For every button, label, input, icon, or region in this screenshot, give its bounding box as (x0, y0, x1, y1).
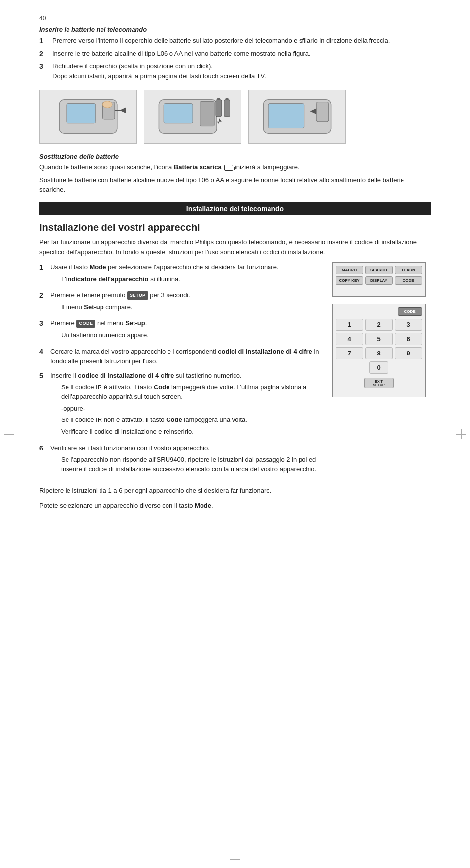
install-step-content-6: Verificare se i tasti funzionano con il … (50, 443, 322, 476)
kb-num-row3: 7 8 9 (336, 347, 422, 359)
kb-exit-row: EXITSETUP (336, 378, 422, 388)
battery-image-1 (39, 90, 137, 144)
install-footer2: Potete selezionare un apparecchio divers… (39, 501, 431, 511)
battery-image-3 (248, 90, 346, 144)
remote-keyboard-top: MACRO SEARCH LEARN COPY KEY DISPLAY CODE (332, 262, 426, 297)
kb-num-0: 0 (369, 361, 388, 374)
install-step-num-3: 3 (39, 319, 50, 329)
install-step-content-1: Usare il tasto Mode per selezionare l'ap… (50, 262, 322, 286)
kb-top-row1: MACRO SEARCH LEARN (336, 266, 422, 274)
keyboard-images-col: MACRO SEARCH LEARN COPY KEY DISPLAY CODE… (332, 262, 431, 397)
steps-images-layout: 1 Usare il tasto Mode per selezionare l'… (39, 262, 431, 481)
svg-rect-13 (164, 104, 193, 123)
install-step-1: 1 Usare il tasto Mode per selezionare l'… (39, 262, 322, 286)
battery-insert-steps: 1 Premere verso l'interno il coperchio d… (39, 36, 431, 81)
install-heading: Installazione dei vostri apparecchi (39, 222, 431, 233)
step-text-2: Inserire le tre batterie alcaline di tip… (52, 49, 311, 59)
install-step-num-1: 1 (39, 262, 50, 273)
svg-point-4 (102, 101, 112, 108)
kb-learn: LEARN (395, 266, 422, 274)
battery-svg-2 (144, 90, 241, 144)
crosshair-left (4, 429, 14, 439)
battery-step-2: 2 Inserire le tre batterie alcaline di t… (39, 49, 431, 59)
crosshair-right (456, 429, 466, 439)
install-step-num-5: 5 (39, 371, 50, 381)
svg-rect-7 (200, 102, 214, 126)
kb-num-2: 2 (365, 319, 393, 331)
step5-sub1: Se il codice IR è attivato, il tasto Cod… (61, 383, 322, 402)
remote-keyboard-bottom: CODE 1 2 3 4 5 6 7 8 9 0 (332, 304, 426, 397)
svg-rect-15 (316, 102, 329, 122)
kb-num-5: 5 (365, 333, 393, 345)
battery-images-row (39, 90, 431, 144)
install-step-5: 5 Inserire il codice di installazione di… (39, 371, 322, 438)
battery-replace-text2: Sostituire le batterie con batterie alca… (39, 175, 431, 194)
kb-display: DISPLAY (365, 276, 393, 285)
kb-search: SEARCH (365, 266, 393, 274)
kb-num-row1: 1 2 3 (336, 319, 422, 331)
corner-mark-br (450, 848, 465, 863)
kb-num-8: 8 (365, 347, 393, 359)
step-num-2: 2 (39, 49, 50, 59)
battery-step-3: 3 Richiudere il coperchio (scatta in pos… (39, 62, 431, 81)
battery-svg-1 (40, 90, 136, 144)
battery-svg-3 (249, 90, 345, 144)
install-step-num-4: 4 (39, 347, 50, 357)
kb-num-7: 7 (336, 347, 363, 359)
svg-rect-17 (268, 104, 304, 128)
corner-mark-bl (5, 848, 20, 863)
install-step-content-4: Cercare la marca del vostro apparecchio … (50, 347, 322, 366)
step5-sub3: Verificare il codice di installazione e … (61, 427, 322, 437)
install-footer1: Ripetere le istruzioni da 1 a 6 per ogni… (39, 486, 431, 496)
step3-sub: Un tastierino numerico appare. (61, 330, 322, 340)
kb-code-highlight: CODE (398, 307, 422, 316)
battery-replace-text1: Quando le batterie sono quasi scariche, … (39, 162, 431, 172)
step-num-1: 1 (39, 36, 50, 46)
crosshair-top (230, 4, 240, 14)
install-step-3: 3 Premere CODE nel menu Set-up. Un tasti… (39, 319, 322, 342)
battery-step-1: 1 Premere verso l'interno il coperchio d… (39, 36, 431, 46)
kb-copy-key: COPY KEY (336, 276, 363, 285)
svg-rect-5 (67, 104, 96, 123)
step6-sub: Se l'apparecchio non risponde all'SRU940… (61, 455, 322, 474)
kb-num-row4: 0 (336, 361, 422, 374)
kb-exit-setup: EXITSETUP (364, 378, 394, 388)
step-num-3: 3 (39, 62, 50, 72)
battery-low-icon (224, 165, 233, 171)
kb-num-4: 4 (336, 333, 363, 345)
battery-image-2 (144, 90, 241, 144)
battery-insert-heading: Inserire le batterie nel telecomando (39, 26, 431, 33)
code-button-label: CODE (76, 320, 95, 328)
setup-button-label: SETUP (127, 291, 148, 300)
step-text-3: Richiudere il coperchio (scatta in posiz… (52, 62, 266, 81)
install-step-num-2: 2 (39, 290, 50, 301)
install-step-content-2: Premere e tenere premuto SETUP per 3 sec… (50, 290, 322, 314)
kb-top-row2: COPY KEY DISPLAY CODE (336, 276, 422, 285)
step2-sub: Il menu Set-up compare. (61, 302, 322, 312)
kb-num-1: 1 (336, 319, 363, 331)
install-step-4: 4 Cercare la marca del vostro apparecchi… (39, 347, 322, 366)
battery-replace-heading: Sostituzione delle batterie (39, 153, 431, 160)
page-number: 40 (39, 15, 431, 22)
step1-sub: L'indicatore dell'apparecchio si illumin… (61, 274, 322, 284)
svg-rect-10 (217, 98, 220, 100)
svg-rect-8 (216, 100, 222, 117)
svg-marker-12 (217, 118, 222, 124)
install-step-6: 6 Verificare se i tasti funzionano con i… (39, 443, 322, 476)
install-step-content-5: Inserire il codice di installazione di 4… (50, 371, 322, 438)
kb-code: CODE (395, 276, 422, 285)
step5-or: -oppure- (61, 404, 322, 414)
crosshair-bottom (230, 854, 240, 864)
install-intro: Per far funzionare un apparecchio divers… (39, 237, 431, 258)
corner-mark-tl (5, 5, 20, 20)
kb-num-9: 9 (395, 347, 422, 359)
step-text-1: Premere verso l'interno il coperchio del… (52, 36, 390, 46)
corner-mark-tr (450, 5, 465, 20)
svg-rect-9 (224, 100, 230, 117)
svg-rect-11 (226, 98, 229, 100)
kb-num-6: 6 (395, 333, 422, 345)
section-banner: Installazione del telecomando (39, 202, 431, 215)
install-step-content-3: Premere CODE nel menu Set-up. Un tastier… (50, 319, 322, 342)
kb-num-row2: 4 5 6 (336, 333, 422, 345)
kb-macro: MACRO (336, 266, 363, 274)
